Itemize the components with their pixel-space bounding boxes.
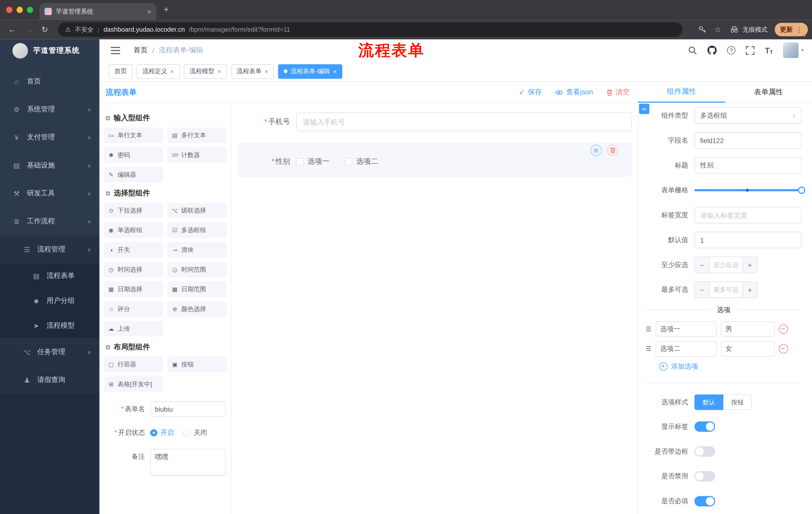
option-value-input[interactable] <box>721 341 775 357</box>
sidebar-item-workflow[interactable]: ≣ 工作流程 ∧ <box>0 207 99 235</box>
form-name-input[interactable] <box>150 401 226 417</box>
add-option-button[interactable]: 添加选项 <box>659 362 802 371</box>
update-button[interactable]: 更新 ⋮ <box>775 23 808 36</box>
palette-item-checkbox-group[interactable]: ☑多选框组 <box>167 222 227 238</box>
view-json-button[interactable]: 查看json <box>555 87 593 97</box>
palette-item-single-text[interactable]: ▭单行文本 <box>104 128 163 143</box>
security-label[interactable]: 不安全 <box>75 25 93 34</box>
toolbar-chevron-icon[interactable]: ▾ <box>804 33 806 38</box>
decrease-button[interactable]: − <box>695 257 709 273</box>
link-handle[interactable]: ∞ <box>639 104 649 114</box>
browser-menu-dots-icon[interactable]: ⋮ <box>796 26 803 33</box>
palette-item-switch[interactable]: ◑开关 <box>104 242 163 258</box>
sidebar-item-process-model[interactable]: ➤ 流程模型 <box>0 313 99 338</box>
copy-component-button[interactable]: ⧉ <box>590 144 602 156</box>
font-size-icon[interactable]: TT <box>765 46 773 55</box>
component-type-select[interactable]: 多选框组 ∨ <box>694 107 802 124</box>
form-canvas[interactable]: *手机号 ⧉ *性别 选项一 <box>232 103 638 514</box>
tag-process-model[interactable]: 流程模型 × <box>184 64 227 79</box>
palette-item-date-range[interactable]: ▩日期范围 <box>167 281 227 297</box>
option-value-input[interactable] <box>721 321 775 337</box>
back-button[interactable]: ← <box>8 25 16 34</box>
tag-process-form[interactable]: 流程表单 × <box>231 64 274 79</box>
help-icon[interactable]: ? <box>727 46 735 54</box>
address-bar[interactable]: ⚠ 不安全 | dashboard.yudao.iocoder.cn /bpm/… <box>58 22 683 37</box>
style-button-button[interactable]: 按钮 <box>723 395 752 410</box>
option-label-input[interactable] <box>656 321 717 337</box>
forward-button[interactable]: → <box>25 25 33 34</box>
tag-home[interactable]: 首页 <box>109 64 133 79</box>
collapse-sidebar-button[interactable] <box>111 46 120 54</box>
close-window-button[interactable] <box>6 7 12 13</box>
sidebar-item-system[interactable]: ⚙ 系统管理 ∨ <box>0 95 99 123</box>
label-width-input[interactable] <box>694 207 802 223</box>
sidebar-item-process-form[interactable]: ▤ 流程表单 <box>0 263 99 288</box>
palette-item-time-picker[interactable]: ◷时间选择 <box>104 262 163 277</box>
palette-item-upload[interactable]: ☁上传 <box>104 321 163 336</box>
palette-item-date-picker[interactable]: ▦日期选择 <box>104 281 163 297</box>
status-on-radio[interactable]: 开启 <box>150 428 174 437</box>
palette-item-textarea[interactable]: ▤多行文本 <box>167 128 227 143</box>
minimize-window-button[interactable] <box>17 7 23 13</box>
increase-button[interactable]: + <box>743 257 757 273</box>
required-switch[interactable] <box>694 496 715 507</box>
sidebar-item-payment[interactable]: ¥ 支付管理 ∨ <box>0 124 99 152</box>
form-grid-slider[interactable] <box>694 189 802 191</box>
palette-item-time-range[interactable]: ◶时间范围 <box>167 262 227 277</box>
key-icon[interactable] <box>698 25 706 34</box>
field-name-input[interactable] <box>694 132 802 149</box>
canvas-field-phone[interactable]: *手机号 <box>238 112 632 131</box>
palette-item-slider[interactable]: ⊸滑块 <box>167 242 227 258</box>
sidebar-item-leave-query[interactable]: ♟ 请假查询 <box>0 366 99 394</box>
border-switch[interactable] <box>694 447 715 457</box>
reload-button[interactable]: ↻ <box>41 25 48 34</box>
checkbox-icon[interactable] <box>345 158 352 165</box>
checkbox-option-2[interactable]: 选项二 <box>345 157 378 166</box>
tag-close-icon[interactable]: × <box>218 67 221 75</box>
delete-component-button[interactable] <box>607 144 618 156</box>
sidebar-item-devtools[interactable]: ⚒ 研发工具 ∨ <box>0 179 99 207</box>
default-value-input[interactable] <box>694 232 802 248</box>
palette-item-row-container[interactable]: ▢行容器 <box>104 357 163 372</box>
palette-item-button[interactable]: ▣按钮 <box>167 357 227 372</box>
save-button[interactable]: ✓ 保存 <box>519 87 542 97</box>
slider-handle[interactable] <box>798 187 805 194</box>
browser-tab[interactable]: 芋道管理系统 × <box>39 3 156 20</box>
max-select-value[interactable]: 最多可选 <box>709 282 743 297</box>
tag-close-icon[interactable]: × <box>333 67 337 75</box>
show-label-switch[interactable] <box>694 422 715 432</box>
tag-close-icon[interactable]: × <box>170 67 174 75</box>
title-input[interactable] <box>694 157 802 174</box>
palette-item-radio-group[interactable]: ◉单选框组 <box>104 222 163 238</box>
palette-item-password[interactable]: ✱密码 <box>104 147 163 163</box>
user-avatar[interactable]: ▾ <box>783 43 804 58</box>
github-icon[interactable] <box>707 46 717 55</box>
option-label-input[interactable] <box>656 341 717 357</box>
zoom-window-button[interactable] <box>27 7 33 13</box>
tag-close-icon[interactable]: × <box>265 67 268 75</box>
sidebar-item-home[interactable]: ⌂ 首页 <box>0 67 99 95</box>
palette-item-select[interactable]: ⊙下拉选择 <box>104 203 163 218</box>
status-off-radio[interactable]: 关闭 <box>183 428 207 437</box>
palette-item-counter[interactable]: 123计数器 <box>167 147 227 163</box>
search-icon[interactable] <box>688 46 697 55</box>
fullscreen-icon[interactable] <box>746 46 755 55</box>
phone-input[interactable] <box>296 112 632 131</box>
disabled-switch[interactable] <box>694 471 715 482</box>
tab-close-icon[interactable]: × <box>147 7 151 15</box>
palette-item-cascader[interactable]: ⌥级联选择 <box>167 203 227 218</box>
sidebar-item-user-group[interactable]: ☻ 用户分组 <box>0 288 99 313</box>
sidebar-item-infra[interactable]: ▤ 基础设施 ∨ <box>0 152 99 179</box>
sidebar-item-process-mgmt[interactable]: ☰ 流程管理 ∧ <box>0 235 99 263</box>
decrease-button[interactable]: − <box>695 282 709 297</box>
drag-handle-icon[interactable]: ☰ <box>646 325 651 333</box>
checkbox-option-1[interactable]: 选项一 <box>296 157 329 166</box>
clear-button[interactable]: 清空 <box>607 87 630 97</box>
palette-item-table[interactable]: ⊞表格[开发中] <box>104 376 163 392</box>
style-default-button[interactable]: 默认 <box>694 395 723 410</box>
new-tab-button[interactable]: + <box>164 5 169 15</box>
bookmark-star-icon[interactable]: ☆ <box>715 25 722 34</box>
remove-option-button[interactable] <box>779 344 788 354</box>
tag-process-form-edit[interactable]: 流程表单-编辑 × <box>278 64 343 79</box>
remove-option-button[interactable] <box>779 324 788 334</box>
